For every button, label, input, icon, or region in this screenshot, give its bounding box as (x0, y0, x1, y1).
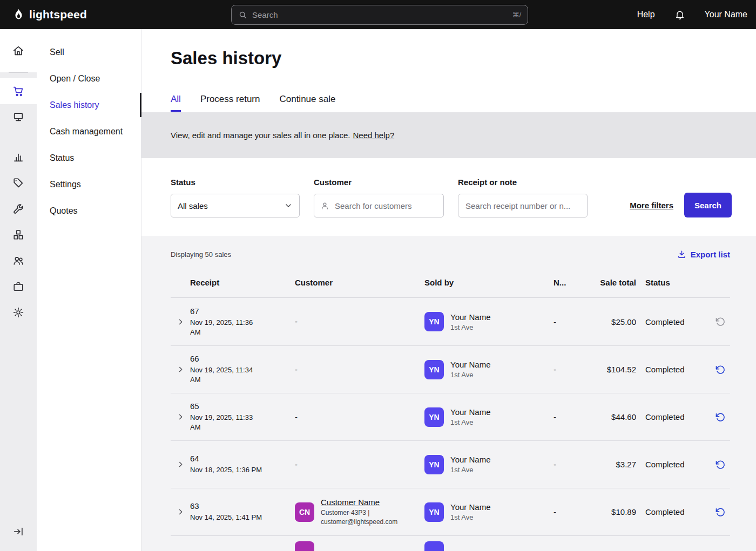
chevron-right-icon[interactable] (177, 318, 185, 326)
return-cell (711, 412, 730, 423)
need-help-link[interactable]: Need help? (353, 131, 394, 140)
receipt-filter-group: Receipt or note (458, 178, 588, 217)
customer-cell: - (295, 412, 424, 422)
note-cell: - (554, 460, 592, 469)
sold-by-name: Your Name (450, 407, 491, 417)
sold-by-avatar: YN (424, 312, 444, 331)
customer-cell: - (295, 317, 424, 326)
notifications-bell-icon[interactable] (674, 9, 685, 20)
chevron-right-icon[interactable] (177, 413, 185, 421)
rail-item-sell[interactable] (0, 78, 37, 104)
receipt-date: Nov 19, 2025, 11:36 AM (190, 318, 264, 337)
sold-by-avatar: YN (424, 407, 444, 427)
rail-item-apps[interactable] (0, 274, 37, 300)
status-cell: Completed (638, 365, 711, 374)
receipt-number: 63 (190, 501, 295, 511)
rail-item-reporting[interactable] (0, 144, 37, 170)
receipt-cell (190, 541, 295, 543)
export-list-button[interactable]: Export list (677, 250, 730, 259)
receipt-number: 65 (190, 402, 295, 411)
filters-bar: Status All sales Customer Receipt or not… (141, 158, 756, 236)
rail-item-setup[interactable] (0, 196, 37, 222)
sale-total-cell: $44.60 (592, 412, 638, 421)
sidebar-item-cash-management[interactable]: Cash management (37, 118, 141, 145)
note-cell: - (554, 317, 592, 326)
sale-total-cell: $25.00 (592, 317, 638, 326)
sidebar-item-settings[interactable]: Settings (37, 171, 141, 198)
collapse-arrow-icon (12, 526, 24, 538)
user-menu[interactable]: Your Name (705, 10, 747, 19)
rail-item-customers[interactable] (0, 248, 37, 274)
customer-code: Customer-43P3 | (321, 508, 397, 517)
chevron-right-icon[interactable] (177, 365, 185, 373)
receipt-number: 66 (190, 354, 295, 363)
chevron-down-icon (284, 201, 293, 210)
return-sale-icon[interactable] (715, 507, 726, 518)
rail-item-home[interactable] (0, 38, 37, 64)
table-row: 65 Nov 19, 2025, 11:33 AM - YN Your Name… (171, 393, 730, 440)
wrench-icon (12, 203, 24, 215)
cart-icon (12, 85, 24, 97)
sidebar-item-sell[interactable]: Sell (37, 39, 141, 65)
table-body: 67 Nov 19, 2025, 11:36 AM - YN Your Name… (171, 298, 730, 551)
rail-divider (9, 72, 28, 73)
rail-item-settings[interactable] (0, 300, 37, 325)
search-button[interactable]: Search (684, 193, 732, 217)
table-row (171, 535, 730, 551)
row-expand-cell (171, 460, 190, 468)
receipt-cell: 65 Nov 19, 2025, 11:33 AM (190, 402, 295, 432)
return-sale-icon[interactable] (715, 364, 726, 375)
customer-cell (295, 541, 424, 551)
receipt-date: Nov 19, 2025, 11:34 AM (190, 365, 264, 384)
sidebar-item-open-close[interactable]: Open / Close (37, 65, 141, 92)
tab-continue-sale[interactable]: Continue sale (279, 94, 335, 112)
help-link[interactable]: Help (637, 10, 655, 19)
brand-logo[interactable]: lightspeed (12, 8, 87, 22)
customer-name-link[interactable]: Customer Name (321, 498, 380, 507)
sold-by-name: Your Name (450, 312, 491, 322)
receipt-cell: 63 Nov 14, 2025, 1:41 PM (190, 501, 295, 522)
customer-cell: CN Customer Name Customer-43P3 | custome… (295, 498, 424, 526)
sold-by-cell: YN Your Name 1st Ave (424, 312, 554, 331)
topbar: lightspeed Search ⌘/ Help Your Name (0, 0, 756, 29)
sold-by-cell: YN Your Name 1st Ave (424, 502, 554, 522)
return-sale-icon[interactable] (715, 412, 726, 423)
return-sale-icon[interactable] (715, 459, 726, 470)
sidebar-item-sales-history[interactable]: Sales history (37, 92, 141, 118)
download-icon (677, 250, 686, 259)
rail-item-register[interactable] (0, 104, 37, 130)
tabs: All Process return Continue sale (171, 94, 756, 112)
global-search-input[interactable]: Search ⌘/ (231, 5, 528, 25)
rail-item-inventory[interactable] (0, 222, 37, 248)
sidebar-item-quotes[interactable]: Quotes (37, 198, 141, 224)
sold-by-cell: YN Your Name 1st Ave (424, 407, 554, 427)
chevron-right-icon[interactable] (177, 460, 185, 468)
customer-empty-value: - (295, 460, 298, 469)
banner-text: View, edit and manage your sales all in … (171, 131, 350, 140)
chevron-right-icon[interactable] (177, 508, 185, 516)
header-customer: Customer (295, 278, 424, 287)
more-filters-link[interactable]: More filters (630, 201, 673, 210)
receipt-date: Nov 14, 2025, 1:41 PM (190, 513, 264, 522)
status-filter-group: Status All sales (171, 178, 300, 217)
tab-process-return[interactable]: Process return (200, 94, 260, 112)
return-sale-icon[interactable] (715, 316, 726, 327)
sold-by-outlet: 1st Ave (450, 466, 491, 474)
sidebar-item-status[interactable]: Status (37, 145, 141, 171)
status-select[interactable]: All sales (171, 194, 300, 217)
briefcase-icon (12, 281, 24, 292)
rail-item-catalog[interactable] (0, 170, 37, 196)
sold-by-outlet: 1st Ave (450, 513, 491, 521)
return-cell (711, 541, 730, 551)
rail-item-collapse[interactable] (0, 519, 37, 545)
customer-search-input[interactable] (334, 201, 437, 211)
sold-by-avatar (424, 541, 444, 551)
header-sale-total: Sale total (592, 278, 638, 287)
tab-all[interactable]: All (171, 94, 181, 112)
customer-info: CN Customer Name Customer-43P3 | custome… (295, 498, 424, 526)
customer-avatar (295, 541, 314, 551)
sold-by-outlet: 1st Ave (450, 418, 491, 426)
search-icon (238, 10, 247, 19)
sold-by-outlet: 1st Ave (450, 371, 491, 379)
receipt-search-input[interactable] (464, 201, 581, 211)
